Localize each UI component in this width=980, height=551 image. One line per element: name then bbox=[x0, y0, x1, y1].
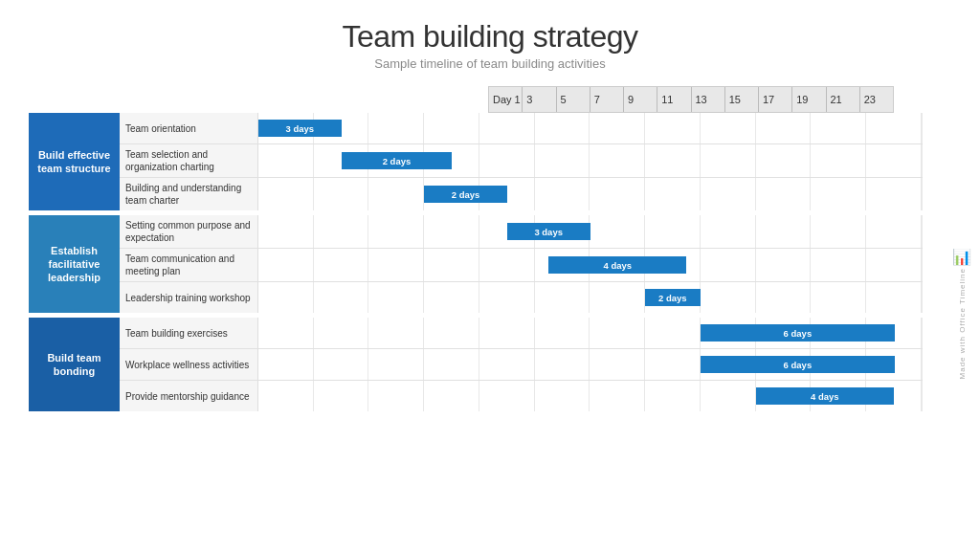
task-label: Setting common purpose and expectation bbox=[120, 215, 258, 248]
day-cell-4: 9 bbox=[624, 87, 657, 112]
gantt-container: Day 1357911131517192123 Build effective … bbox=[29, 86, 951, 541]
task-bar: 3 days bbox=[258, 120, 342, 137]
gantt-body: Build effective team structureTeam orien… bbox=[29, 113, 923, 541]
task-label: Leadership training workshop bbox=[120, 282, 258, 313]
task-bar-area: 6 days bbox=[258, 318, 923, 348]
tasks-column-1: Setting common purpose and expectation3 … bbox=[120, 215, 923, 313]
day-cell-11: 23 bbox=[860, 87, 893, 112]
day-cell-6: 13 bbox=[692, 87, 725, 112]
page: Team building strategy Sample timeline o… bbox=[0, 0, 980, 551]
task-bar: 6 days bbox=[701, 356, 894, 373]
day-cell-0: Day 1 bbox=[489, 87, 523, 112]
group-section-0: Build effective team structureTeam orien… bbox=[29, 113, 923, 212]
task-row: Team selection and organization charting… bbox=[120, 144, 923, 178]
task-bar: 4 days bbox=[548, 256, 686, 274]
page-title: Team building strategy bbox=[29, 19, 951, 55]
task-bar-area: 3 days bbox=[258, 113, 923, 143]
task-bar-area: 2 days bbox=[258, 178, 923, 210]
task-bar: 2 days bbox=[342, 152, 453, 169]
task-label: Building and understanding team charter bbox=[120, 178, 258, 210]
task-row: Workplace wellness activities6 days bbox=[120, 349, 923, 381]
page-subtitle: Sample timeline of team building activit… bbox=[29, 56, 951, 71]
task-label: Team communication and meeting plan bbox=[120, 249, 258, 281]
task-label: Team selection and organization charting bbox=[120, 144, 258, 177]
task-row: Team building exercises6 days bbox=[120, 318, 923, 349]
day-cell-1: 3 bbox=[523, 87, 556, 112]
timeline-header: Day 1357911131517192123 bbox=[488, 86, 894, 113]
task-bar-area: 3 days bbox=[258, 215, 923, 248]
group-label-2: Build team bonding bbox=[29, 318, 120, 411]
task-bar-area: 6 days bbox=[258, 349, 923, 380]
task-row: Building and understanding team charter2… bbox=[120, 178, 923, 210]
task-row: Team communication and meeting plan4 day… bbox=[120, 249, 923, 282]
header: Team building strategy Sample timeline o… bbox=[29, 19, 951, 71]
task-bar-area: 4 days bbox=[258, 249, 923, 281]
task-row: Team orientation3 days bbox=[120, 113, 923, 144]
group-label-1: Establish facilitative leadership bbox=[29, 215, 120, 313]
group-section-2: Build team bondingTeam building exercise… bbox=[29, 318, 923, 413]
day-cell-10: 21 bbox=[827, 87, 860, 112]
task-bar: 4 days bbox=[756, 387, 894, 405]
group-label-0: Build effective team structure bbox=[29, 113, 120, 210]
task-label: Provide mentorship guidance bbox=[120, 381, 258, 411]
watermark: 📊 Made with Office Timeline bbox=[951, 134, 972, 494]
task-label: Workplace wellness activities bbox=[120, 349, 258, 380]
watermark-icon: 📊 bbox=[952, 248, 971, 266]
watermark-text: Made with Office Timeline bbox=[958, 268, 967, 379]
task-bar-area: 4 days bbox=[258, 381, 923, 411]
day-cell-8: 17 bbox=[759, 87, 792, 112]
task-row: Provide mentorship guidance4 days bbox=[120, 381, 923, 411]
task-bar-area: 2 days bbox=[258, 144, 923, 177]
tasks-column-0: Team orientation3 daysTeam selection and… bbox=[120, 113, 923, 210]
task-label: Team orientation bbox=[120, 113, 258, 143]
task-bar: 3 days bbox=[507, 223, 590, 240]
task-row: Setting common purpose and expectation3 … bbox=[120, 215, 923, 249]
task-label: Team building exercises bbox=[120, 318, 258, 348]
task-bar: 2 days bbox=[424, 186, 507, 203]
task-bar-area: 2 days bbox=[258, 282, 923, 313]
tasks-column-2: Team building exercises6 daysWorkplace w… bbox=[120, 318, 923, 411]
day-cell-7: 15 bbox=[725, 87, 759, 112]
task-bar: 2 days bbox=[645, 289, 701, 306]
task-row: Leadership training workshop2 days bbox=[120, 282, 923, 313]
day-cell-5: 11 bbox=[657, 87, 691, 112]
day-cell-2: 5 bbox=[557, 87, 590, 112]
group-section-1: Establish facilitative leadershipSetting… bbox=[29, 215, 923, 315]
task-bar: 6 days bbox=[701, 324, 894, 342]
day-cell-3: 7 bbox=[590, 87, 624, 112]
day-cell-9: 19 bbox=[792, 87, 826, 112]
